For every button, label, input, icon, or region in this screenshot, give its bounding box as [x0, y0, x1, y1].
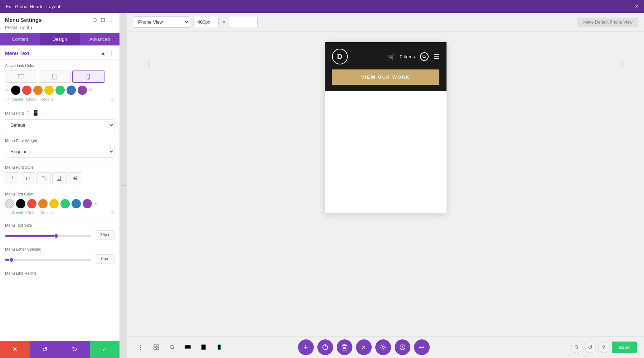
close-button[interactable]: ✕ — [356, 339, 372, 355]
color-pencil-icon[interactable]: ✏ — [5, 87, 9, 93]
swatch-purple[interactable] — [78, 86, 87, 95]
swatch-orange[interactable] — [33, 86, 43, 95]
toolbar-search-btn[interactable] — [166, 341, 179, 354]
preset-label[interactable]: Preset: Light ▾ — [5, 25, 33, 30]
recent-label-2[interactable]: Recent — [40, 211, 53, 215]
svg-line-31 — [577, 348, 579, 349]
section-collapse-icon[interactable]: ▲ — [100, 50, 106, 57]
resize-handle[interactable]: ↔ — [120, 13, 127, 358]
svg-point-30 — [575, 345, 578, 348]
panel-icon-more[interactable]: ⋮ — [109, 16, 114, 23]
viewport-select[interactable]: Phone View Desktop View Tablet View — [133, 16, 190, 28]
menu-font-select[interactable]: Default Arial Georgia — [5, 119, 114, 131]
menu-text-size-slider[interactable] — [5, 235, 91, 237]
svg-point-28 — [420, 347, 421, 348]
toolbar-tablet-btn[interactable] — [197, 341, 210, 354]
viewport-close-btn[interactable]: × — [222, 19, 225, 25]
swatch-dots-1[interactable]: ··· — [5, 96, 9, 102]
tablet-view-btn[interactable] — [39, 71, 71, 83]
redo-button[interactable]: ↻ — [60, 341, 90, 358]
title-bar-close-button[interactable]: × — [635, 3, 638, 10]
tab-advanced[interactable]: Advanced — [80, 33, 119, 45]
text-swatch-blue[interactable] — [72, 199, 81, 208]
text-swatch-red[interactable] — [27, 199, 36, 208]
font-style-uppercase[interactable]: TT — [21, 172, 35, 184]
swatch-red[interactable] — [22, 86, 31, 95]
undo-button[interactable]: ↺ — [30, 341, 60, 358]
search-icon-circle[interactable] — [420, 52, 429, 61]
svg-point-7 — [423, 55, 425, 58]
swatch-gear-1[interactable]: ⚙ — [111, 97, 114, 102]
search-icon-btn[interactable] — [571, 342, 582, 353]
confirm-button[interactable]: ✓ — [90, 341, 120, 358]
font-style-italic[interactable]: I — [5, 172, 19, 184]
font-style-capitalize[interactable]: Tt — [36, 172, 51, 184]
menu-text-size-input[interactable] — [95, 230, 114, 240]
section-more-icon[interactable]: ⋮ — [109, 50, 114, 57]
swatch-yellow[interactable] — [44, 86, 54, 95]
help-icon-btn[interactable]: ? — [598, 342, 610, 353]
toolbar-desktop-btn[interactable] — [181, 341, 194, 354]
panel-icon-copy[interactable]: ⊙ — [92, 16, 97, 23]
text-swatch-orange[interactable] — [38, 199, 48, 208]
cart-icon[interactable]: 🛒 — [388, 53, 395, 60]
add-section-button[interactable]: + — [298, 339, 314, 355]
svg-rect-12 — [157, 348, 159, 350]
toolbar-phone-btn[interactable] — [213, 341, 226, 354]
desktop-view-btn[interactable] — [5, 71, 37, 83]
delete-button[interactable] — [337, 339, 352, 355]
settings-button[interactable] — [375, 339, 391, 355]
saved-label-1[interactable]: Saved — [12, 97, 23, 101]
text-color-erase-icon[interactable]: ✂ — [94, 201, 98, 207]
menu-font-device-icon[interactable]: 📱 — [32, 110, 39, 116]
power-button[interactable] — [317, 339, 333, 355]
swatch-green[interactable] — [55, 86, 65, 95]
divider-button[interactable] — [414, 339, 430, 355]
text-swatch-yellow[interactable] — [49, 199, 59, 208]
cta-button[interactable]: VIEW OUR WORK — [332, 69, 439, 85]
global-label-1[interactable]: Global — [26, 97, 38, 101]
svg-point-4 — [54, 78, 55, 79]
save-button[interactable]: Save — [612, 342, 637, 353]
panel-header-icons: ⊙ ⊡ ⋮ — [92, 16, 114, 23]
refresh-icon-btn[interactable]: ↺ — [585, 342, 596, 353]
menu-font-help-icon[interactable]: ? — [27, 110, 29, 116]
font-style-strikethrough[interactable]: S — [68, 172, 82, 184]
font-style-underline[interactable]: U — [52, 172, 67, 184]
swatch-black[interactable] — [11, 86, 20, 95]
menu-letter-spacing-input[interactable] — [95, 254, 114, 263]
menu-text-color-label: Menu Text Color — [5, 192, 114, 196]
tab-design[interactable]: Design — [40, 33, 79, 45]
right-resize-handle[interactable]: | — [621, 60, 624, 68]
phone-view-btn[interactable] — [72, 71, 104, 83]
tab-content[interactable]: Content — [0, 33, 40, 45]
svg-line-8 — [425, 57, 426, 58]
swatch-blue[interactable] — [67, 86, 76, 95]
phone-body — [325, 91, 447, 213]
menu-font-weight-select[interactable]: Regular Bold Light — [5, 146, 114, 158]
swatch-dots-2[interactable]: ··· — [5, 210, 9, 216]
viewport-width-input[interactable] — [194, 17, 219, 27]
make-default-btn[interactable]: Make Default Phone View — [577, 18, 638, 27]
viewport-empty-input[interactable] — [229, 17, 258, 27]
cancel-button[interactable]: ✕ — [0, 341, 30, 358]
text-swatch-green[interactable] — [60, 199, 70, 208]
menu-letter-spacing-slider[interactable] — [5, 259, 91, 261]
panel-icon-split[interactable]: ⊡ — [101, 16, 105, 23]
text-swatch-purple[interactable] — [83, 199, 92, 208]
menu-font-more-icon[interactable]: ⋮ — [42, 110, 48, 116]
history-button[interactable] — [395, 339, 410, 355]
text-color-current[interactable] — [5, 199, 14, 208]
toolbar-grid-btn[interactable] — [150, 341, 163, 354]
toolbar-more-btn[interactable]: ⋮ — [134, 341, 147, 354]
left-resize-handle[interactable]: | — [147, 60, 150, 68]
center-actions: + ✕ — [298, 339, 430, 355]
color-erase-icon[interactable]: ✂ — [89, 87, 93, 93]
swatch-gear-2[interactable]: ⚙ — [111, 211, 114, 215]
hamburger-menu-icon[interactable]: ☰ — [434, 53, 439, 61]
recent-label-1[interactable]: Recent — [40, 97, 53, 101]
global-label-2[interactable]: Global — [26, 211, 38, 215]
text-swatch-black[interactable] — [16, 199, 25, 208]
menu-font-weight-field: Menu Font Weight Regular Bold Light — [0, 135, 119, 161]
saved-label-2[interactable]: Saved — [12, 211, 23, 215]
